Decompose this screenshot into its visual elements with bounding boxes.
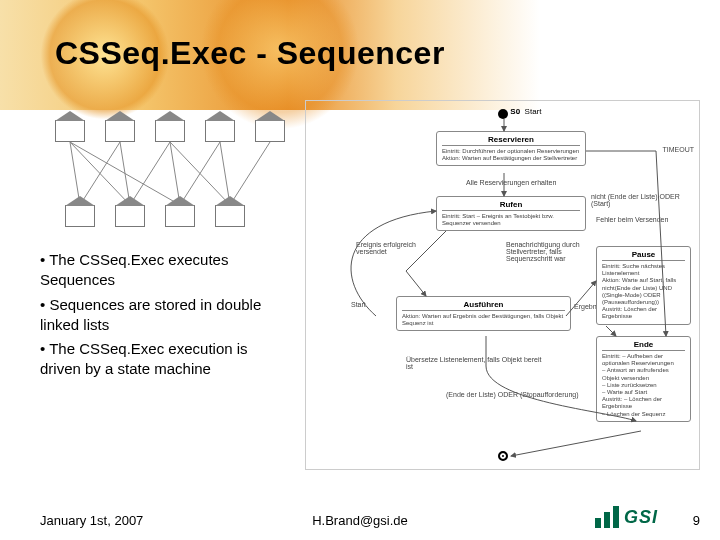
slide-title: CSSeq.Exec - Sequencer (55, 35, 445, 72)
sequence-diagram (45, 120, 305, 240)
bullet-item: • Sequences are stored in double linked … (40, 295, 290, 336)
state-machine-diagram: S0 Start Reservieren Eintritt: Durchführ… (305, 100, 700, 470)
bullet-item: • The CSSeq.Exec execution is driven by … (40, 339, 290, 380)
seq-links (45, 120, 305, 240)
gsi-logo: GSI (595, 506, 665, 528)
bullet-item: • The CSSeq.Exec executes Sequences (40, 250, 290, 291)
bullet-list: • The CSSeq.Exec executes Sequences • Se… (40, 250, 290, 384)
slide: CSSeq.Exec - Sequencer • The CSSeq.Exec … (0, 0, 720, 540)
state-arrows (306, 101, 701, 471)
footer: January 1st, 2007 H.Brand@gsi.de GSI 9 (0, 498, 720, 528)
page-number: 9 (693, 513, 700, 528)
